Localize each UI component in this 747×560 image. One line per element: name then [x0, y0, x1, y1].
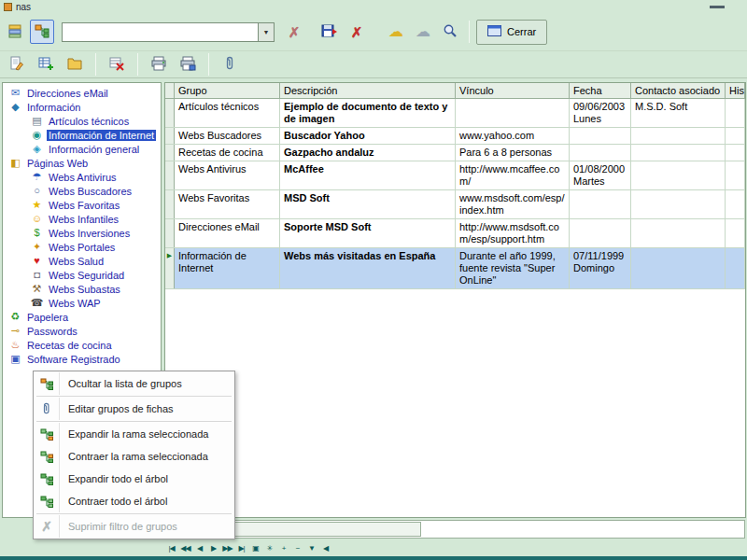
horizontal-scrollbar-thumb[interactable]: [234, 522, 421, 537]
table-row[interactable]: Webs AntivirusMcAffeehttp://www.mcaffee.…: [165, 161, 745, 190]
tree-item-webs-antivirus[interactable]: ☂Webs Antivirus: [5, 170, 161, 184]
tree-item-webs-subastas[interactable]: ⚒Webs Subastas: [5, 282, 161, 296]
table-row[interactable]: Artículos técnicosEjemplo de documento d…: [165, 99, 745, 128]
tree-item-webs-favoritas[interactable]: ★Webs Favoritas: [5, 198, 161, 212]
delete-record-button[interactable]: [105, 52, 129, 77]
view-cards-button[interactable]: [3, 20, 27, 44]
save-filter-button[interactable]: [317, 20, 342, 44]
menu-item-editar-grupos[interactable]: Editar grupos de fichas: [35, 398, 233, 420]
cell-descripcion: Gazpacho andaluz: [280, 145, 456, 161]
search-all-button[interactable]: ☁: [384, 20, 408, 44]
open-folder-button[interactable]: [63, 52, 87, 77]
cell-vinculo: [456, 99, 570, 127]
tree-item-p-ginas-web[interactable]: ◧Páginas Web: [5, 156, 161, 170]
column-header-descripci-n[interactable]: Descripción: [280, 83, 456, 98]
add-record-button[interactable]: [34, 52, 58, 77]
row-gutter: [165, 128, 175, 144]
cell-grupo: Webs Buscadores: [175, 128, 280, 144]
group-filter-input[interactable]: [63, 23, 258, 41]
nav-button[interactable]: ▶: [207, 541, 219, 554]
nav-button[interactable]: ▣: [249, 541, 261, 554]
tree-item-informaci-n[interactable]: ◆Información: [5, 100, 161, 114]
combo-dropdown-button[interactable]: ▼: [258, 23, 274, 41]
window-icon: [4, 3, 12, 11]
cerrar-button-label: Cerrar: [507, 26, 536, 37]
menu-item-ocultar-lista-grupos[interactable]: Ocultar la lista de grupos: [35, 372, 233, 395]
tree-item-label: Webs Antivirus: [47, 172, 119, 183]
nav-button[interactable]: ✳: [263, 541, 275, 554]
nav-button[interactable]: |◀: [165, 541, 177, 554]
cell-contacto: [631, 219, 726, 247]
expand-all-icon: [35, 468, 60, 490]
group-filter-combo[interactable]: ▼: [62, 22, 275, 42]
tree-item-webs-buscadores[interactable]: ○Webs Buscadores: [5, 184, 161, 198]
cerrar-button[interactable]: Cerrar: [476, 20, 547, 45]
tree-item-recetas-de-cocina[interactable]: ♨Recetas de cocina: [5, 338, 161, 352]
search-icon: ○: [30, 186, 44, 196]
table-row[interactable]: Webs BuscadoresBuscador Yahoowww.yahoo.c…: [165, 128, 745, 145]
tree-item-passwords[interactable]: ⊸Passwords: [5, 324, 161, 338]
table-row[interactable]: Webs FavoritasMSD Softwww.msdsoft.com/es…: [165, 190, 745, 219]
horizontal-scrollbar[interactable]: [164, 520, 745, 539]
toolbar-separator: [95, 53, 96, 76]
tree-item-webs-salud[interactable]: ♥Webs Salud: [5, 254, 161, 268]
cell-fecha: [570, 128, 631, 144]
nav-button[interactable]: ◀: [319, 541, 331, 554]
column-header-v-nculo[interactable]: Vínculo: [456, 83, 570, 98]
menu-item-contraer-rama[interactable]: Contraer la rama seleccionada: [35, 445, 233, 468]
print-button[interactable]: [147, 52, 171, 77]
column-header-contacto-asociado[interactable]: Contacto asociado: [631, 83, 726, 98]
toolbar-separator: [469, 21, 470, 43]
table-row[interactable]: Recetas de cocinaGazpacho andaluzPara 6 …: [165, 145, 745, 161]
paperclip-icon: [223, 56, 236, 73]
tree-item-informaci-n-general[interactable]: ◈Información general: [5, 142, 161, 156]
pencil-page-icon: [9, 56, 24, 73]
column-header-historial[interactable]: Historial: [726, 83, 745, 98]
tree-item-webs-inversiones[interactable]: $Webs Inversiones: [5, 226, 161, 240]
print-setup-button[interactable]: [176, 52, 200, 77]
tree-item-informaci-n-de-internet[interactable]: ◉Información de Internet: [5, 128, 161, 142]
tree-item-webs-wap[interactable]: ☎Webs WAP: [5, 296, 161, 310]
nav-button[interactable]: −: [291, 541, 303, 554]
menu-item-contraer-arbol[interactable]: Contraer todo el árbol: [35, 490, 233, 512]
minimize-button[interactable]: [710, 6, 725, 8]
nav-button[interactable]: ◀: [193, 541, 205, 554]
nav-button[interactable]: ◀◀: [179, 541, 191, 554]
hammer-icon: ⚒: [30, 284, 44, 294]
tree-item-webs-portales[interactable]: ✦Webs Portales: [5, 240, 161, 254]
column-header-fecha[interactable]: Fecha: [570, 83, 631, 98]
tree-item-direcciones-email[interactable]: ✉Direcciones eMail: [5, 86, 161, 100]
tree-item-art-culos-t-cnicos[interactable]: ▤Artículos técnicos: [5, 114, 161, 128]
edit-record-button[interactable]: [5, 52, 29, 77]
delete-filter-button[interactable]: ✗: [345, 20, 369, 44]
nav-button[interactable]: ▶▶: [221, 541, 233, 554]
row-gutter: [165, 99, 175, 127]
cell-descripcion: Webs más visitadas en España: [280, 248, 456, 288]
cell-grupo: Webs Antivirus: [175, 161, 280, 189]
menu-separator: [36, 421, 232, 422]
tree-item-webs-infantiles[interactable]: ☺Webs Infantiles: [5, 212, 161, 226]
attachments-button[interactable]: [218, 52, 242, 77]
search-group-button[interactable]: ☁: [411, 20, 435, 44]
column-header-grupo[interactable]: Grupo: [175, 83, 280, 98]
tree-item-software-registrado[interactable]: ▣Software Registrado: [5, 352, 161, 366]
gray-cloud-icon: ☁: [416, 24, 430, 39]
menu-item-expandir-rama[interactable]: Expandir la rama seleccionada: [35, 423, 233, 445]
cell-historial: [726, 219, 745, 247]
view-group-tree-button[interactable]: [30, 20, 54, 44]
menu-item-suprimir-filtro[interactable]: ✗ Suprimir filtro de grupos: [35, 515, 233, 538]
menu-item-expandir-arbol[interactable]: Expandir todo el árbol: [35, 468, 233, 490]
clear-filter-button[interactable]: ✗: [282, 20, 306, 44]
find-button[interactable]: [438, 20, 462, 44]
document-icon: ▤: [30, 116, 44, 126]
nav-button[interactable]: ▼: [305, 541, 317, 554]
cell-historial: [726, 128, 745, 144]
tree-item-webs-seguridad[interactable]: ◘Webs Seguridad: [5, 268, 161, 282]
smiley-icon: ☺: [30, 214, 44, 224]
delete-x-icon: ✗: [351, 25, 363, 39]
nav-button[interactable]: +: [277, 541, 289, 554]
table-row[interactable]: Direcciones eMailSoporte MSD Softhttp://…: [165, 219, 745, 248]
tree-item-papelera[interactable]: ♻Papelera: [5, 310, 161, 324]
nav-button[interactable]: ▶|: [235, 541, 247, 554]
table-row[interactable]: ▶Información de InternetWebs más visitad…: [165, 248, 745, 289]
